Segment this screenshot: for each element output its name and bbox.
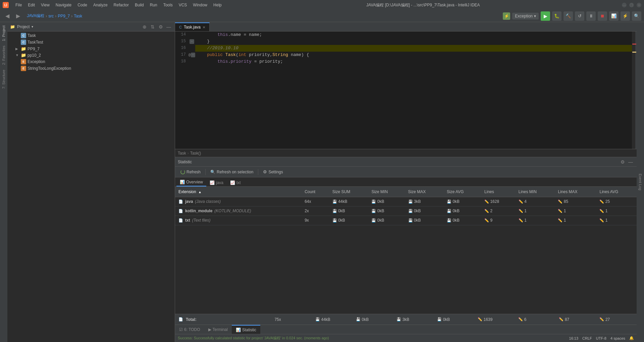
code-editor[interactable]: 14 this.name = name; 15 − }	[175, 32, 632, 149]
settings-button[interactable]: ⚙ Settings	[260, 168, 285, 175]
bottom-tab-todo[interactable]: ☑ 6: TODO	[175, 325, 204, 334]
td-sizesum: 💾 44kB	[329, 197, 368, 206]
sidebar-item-project[interactable]: 1: Project	[1, 23, 7, 43]
stat-gear-icon[interactable]: ⚙	[619, 159, 626, 165]
coverage-button[interactable]: 📊	[609, 11, 619, 21]
sidebar-item-structure[interactable]: 7: Structure	[1, 68, 7, 91]
profile-button[interactable]: ⚡	[621, 11, 630, 21]
tab-txt[interactable]: 📈 txt	[227, 179, 244, 186]
th-size-min[interactable]: Size MIN	[368, 187, 405, 197]
tree-item-stringtoolongexception[interactable]: E StringTooLongException	[7, 65, 175, 72]
maximize-button[interactable]: ❐	[629, 3, 634, 7]
tree-item-tasktest[interactable]: C TaskTest	[7, 39, 175, 46]
line-ending[interactable]: CRLF	[582, 336, 592, 340]
gear-icon[interactable]: ⚙	[157, 23, 164, 30]
th-size-max[interactable]: Size MAX	[405, 187, 444, 197]
refresh-build-button[interactable]: ↺	[575, 11, 584, 21]
build-button[interactable]: 🔨	[564, 11, 573, 21]
disk-icon-total-max: 💾	[396, 317, 401, 322]
bottom-tab-terminal[interactable]: ▶ Terminal	[204, 325, 232, 334]
title-bar-left: IJ File Edit View Navigate Code Analyze …	[3, 2, 224, 8]
th-size-sum[interactable]: Size SUM	[329, 187, 368, 197]
breadcrumb-src[interactable]: src	[48, 14, 54, 18]
close-button[interactable]: ✕	[637, 3, 641, 7]
line-number-17: 17	[175, 52, 189, 58]
tree-item-exception[interactable]: E Exception	[7, 58, 175, 65]
tree-item-task[interactable]: C Task	[7, 32, 175, 39]
menu-help[interactable]: Help	[211, 2, 224, 8]
tree-item-pp97[interactable]: ▶ 📁 PP9_7	[7, 46, 175, 52]
menu-vcs[interactable]: VCS	[176, 2, 190, 8]
fold-marker-17[interactable]: −	[191, 53, 195, 57]
encoding[interactable]: UTF-8	[596, 336, 606, 340]
status-bar: Success: Successfully calculated statist…	[175, 334, 637, 342]
ext-name: txt	[185, 218, 190, 223]
th-lines-max[interactable]: Lines MAX	[554, 187, 596, 197]
bottom-tab-statistic[interactable]: 📊 Statistic	[232, 325, 260, 334]
disk-icon: 💾	[332, 199, 337, 204]
breadcrumb-task-label[interactable]: Task	[178, 151, 186, 156]
dropdown-icon: ▾	[32, 25, 33, 28]
event-log-tab[interactable]: Event Log	[637, 22, 644, 342]
menu-navigate[interactable]: Navigate	[53, 2, 74, 8]
menu-edit[interactable]: Edit	[25, 2, 38, 8]
breadcrumb-pp97[interactable]: PP9_7	[58, 14, 70, 18]
refresh-icon	[180, 170, 185, 174]
minimize-panel-button[interactable]: —	[165, 23, 172, 30]
run-config-selector[interactable]: Exception ▾	[512, 13, 539, 19]
table-row[interactable]: 📄 txt (Text files) 9x 💾 0kB 💾 0kB 💾 0kB …	[175, 216, 637, 225]
pause-button[interactable]: ⏸	[586, 11, 596, 21]
tab-close-button[interactable]: ✕	[203, 25, 205, 29]
indent[interactable]: 4 spaces	[610, 336, 625, 340]
scope-button[interactable]: ⊕	[141, 23, 148, 30]
breadcrumb-task[interactable]: Task	[74, 14, 82, 18]
code-line-14: 14 this.name = name;	[175, 32, 632, 38]
stop-button[interactable]: ⏹	[598, 11, 607, 21]
tree-item-pp102[interactable]: ▼ 📁 pp10_2	[7, 52, 175, 58]
menu-window[interactable]: Window	[190, 2, 210, 8]
table-row[interactable]: 📄 kotlin_module (KOTLIN_MODULE) 2x 💾 0kB…	[175, 206, 637, 216]
run-button[interactable]: ▶	[541, 11, 550, 21]
td-extension: 📄 java (Java classes)	[175, 197, 301, 206]
th-count[interactable]: Count	[301, 187, 329, 197]
stat-minimize-button[interactable]: —	[627, 159, 634, 165]
tab-task-java[interactable]: C Task.java ✕	[175, 22, 210, 31]
td-sizesum: 💾 0kB	[329, 206, 368, 216]
ext-name: java	[185, 199, 193, 204]
menu-build[interactable]: Build	[132, 2, 147, 8]
menu-analyze[interactable]: Analyze	[91, 2, 110, 8]
pencil-icon-total-lmin: ✏️	[518, 317, 523, 322]
tab-java[interactable]: 📈 java	[206, 179, 227, 186]
breadcrumb-project[interactable]: JAVA编程	[27, 13, 44, 19]
menu-code[interactable]: Code	[75, 2, 90, 8]
tab-overview[interactable]: 📊 Overview	[176, 178, 206, 186]
th-extension[interactable]: Extension ▲	[175, 187, 301, 197]
cursor-position[interactable]: 16:13	[569, 336, 579, 340]
back-button[interactable]: ◀	[3, 11, 12, 21]
refresh-button[interactable]: Refresh	[178, 169, 203, 175]
sidebar-item-favorites[interactable]: 2: Favorites	[1, 44, 7, 67]
breadcrumb-task-method[interactable]: Task()	[190, 151, 201, 156]
pencil-icon-lmin: ✏️	[519, 209, 523, 213]
search-everywhere-button[interactable]: 🔍	[632, 11, 641, 21]
menu-file[interactable]: File	[13, 2, 24, 8]
menu-refactor[interactable]: Refactor	[111, 2, 131, 8]
minimize-button[interactable]: —	[622, 3, 627, 7]
th-lines-min[interactable]: Lines MIN	[515, 187, 555, 197]
refresh-on-selection-button[interactable]: 🔍 Refresh on selection	[208, 169, 256, 175]
menu-tools[interactable]: Tools	[161, 2, 175, 8]
debug-button[interactable]: 🐛	[552, 11, 561, 21]
menu-run[interactable]: Run	[147, 2, 160, 8]
th-lines[interactable]: Lines	[481, 187, 515, 197]
th-lines-avg[interactable]: Lines AVG	[596, 187, 637, 197]
fold-marker-15[interactable]: −	[190, 39, 194, 44]
filter-button[interactable]: ⇅	[149, 23, 156, 30]
th-size-avg[interactable]: Size AVG	[443, 187, 481, 197]
pencil-icon-lmax: ✏️	[558, 199, 562, 204]
notifications-icon[interactable]: 🔔	[629, 336, 634, 340]
project-panel-header: 📁 Project ▾ ⊕ ⇅ ⚙ —	[7, 22, 175, 32]
menu-view[interactable]: View	[38, 2, 52, 8]
table-row[interactable]: 📄 java (Java classes) 64x 💾 44kB 💾 0kB 💾…	[175, 197, 637, 206]
forward-button[interactable]: ▶	[13, 11, 23, 21]
td-extension: 📄 kotlin_module (KOTLIN_MODULE)	[175, 206, 301, 216]
